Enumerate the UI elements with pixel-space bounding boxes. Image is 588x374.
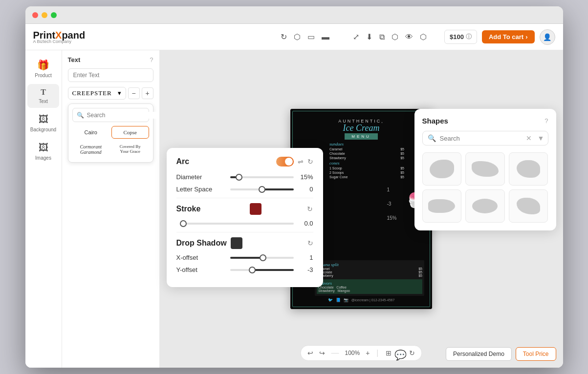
refresh-icon[interactable]: ↻ [281,32,287,42]
font-item-copse[interactable]: Copse [111,126,149,139]
expand-icon[interactable]: ⤢ [353,32,359,42]
people-icon[interactable]: ⬡ [420,32,427,42]
sidebar-item-images[interactable]: 🖼 Images [27,138,59,165]
stroke-reset-icon[interactable]: ↻ [307,205,313,213]
personalized-demo-button[interactable]: Personalized Demo [446,347,512,361]
font-item-covered[interactable]: Covered By Your Grace [111,141,149,158]
stroke-value: 0.0 [299,220,313,227]
shape-item-1[interactable] [422,152,462,186]
shape-item-4[interactable] [422,189,462,223]
sidebar-images-label: Images [35,155,51,161]
font-minus-button[interactable]: − [128,87,140,99]
yoffset-value: -3 [299,266,313,273]
letter-space-value: 0 [299,186,313,193]
shape-blob-2 [472,161,499,177]
background-icon: 🖼 [39,114,48,125]
sidebar-product-label: Product [35,73,51,78]
shape-item-3[interactable] [509,152,548,186]
sidebar-item-text[interactable]: T Text [27,84,59,108]
shapes-search-input[interactable] [440,135,522,142]
shapes-header: Shapes ? [422,117,548,125]
drop-shadow-color-swatch[interactable] [231,237,242,249]
shape-item-6[interactable] [509,189,548,223]
drop-shadow-reset-icon[interactable]: ↻ [307,239,313,247]
sidebar-item-product[interactable]: 🎁 Product [27,55,59,82]
shapes-search-clear-icon[interactable]: ✕ [526,134,532,142]
maximize-button[interactable] [51,12,57,18]
share-icon[interactable]: ⬡ [392,32,398,42]
sidebar-item-background[interactable]: 🖼 Background [27,110,59,136]
stroke-color-swatch[interactable] [250,203,261,215]
shapes-help-icon[interactable]: ? [544,117,548,125]
arc-title: Arc [176,157,190,166]
shape-blob-4 [428,199,455,213]
diameter-slider[interactable] [230,176,294,178]
close-button[interactable] [32,12,38,18]
chat-button[interactable]: 💬 [394,349,407,361]
arc-reset-icon[interactable]: ↻ [307,158,313,166]
text-input-field[interactable] [68,68,153,82]
price-badge[interactable]: $100 ⓘ [444,30,477,44]
canvas-area: AUNTHENTIC, Ice Cream MENU 🍦 sundaes Car… [160,50,563,368]
zoom-in-button[interactable]: + [366,349,370,357]
font-search-input[interactable] [87,112,160,119]
undo-button[interactable]: ↩ [307,349,313,357]
titlebar [25,6,563,24]
shape-blob-6 [517,198,540,214]
main-layout: 🎁 Product T Text 🖼 Background 🖼 Images [25,50,563,368]
frame2-icon[interactable]: ▬ [322,33,329,42]
layers-icon[interactable]: ⧉ [379,33,385,42]
cones-2scoops: 2 Scoops$5 [329,171,404,174]
banana-caramel: Caramel$5 [317,267,422,270]
bottom-bar: Personalized Demo Tool Price [446,347,556,361]
stroke-row: Stroke ↻ [176,203,313,215]
add-to-cart-button[interactable]: Add To cart › [482,30,535,43]
user-menu-button[interactable]: 👤 [540,29,555,45]
shapes-title: Shapes [422,117,448,125]
font-grid: Cairo Copse Cormorant Garamond Covered B… [72,126,149,158]
font-plus-button[interactable]: + [142,87,153,99]
tool-price-button[interactable]: Tool Price [516,347,556,361]
font-item-cairo[interactable]: Cairo [72,126,110,139]
frame-icon[interactable]: ▭ [307,32,315,42]
price-info-icon: ⓘ [466,33,472,41]
font-item-cormorant[interactable]: Cormorant Garamond [72,141,110,158]
download-icon[interactable]: ⬇ [366,32,372,42]
xoffset-slider[interactable] [230,257,294,259]
tool-panel-help-icon[interactable]: ? [150,56,153,63]
sundaes-caramel: Caramel$5 [329,147,404,151]
yoffset-slider-thumb [249,267,256,273]
shapes-filter-icon[interactable]: ▼ [538,134,544,142]
eye-icon[interactable]: 👁 [405,33,413,42]
cones-title: cones [329,161,404,166]
stroke-slider[interactable] [181,223,294,225]
arc-toggle[interactable] [276,157,294,166]
shape-item-5[interactable] [465,189,505,223]
refresh-canvas-icon[interactable]: ↻ [409,349,415,357]
arc-flip-icon[interactable]: ⇌ [298,158,304,166]
diameter-value: 15% [299,173,313,181]
cube-icon[interactable]: ⬡ [294,32,301,42]
font-search-row: 🔍 ✕ [72,108,149,122]
letter-space-row: Letter Space 0 [176,186,313,193]
facebook-icon: 📘 [336,298,341,302]
flavors-list: Chocolate CoffeeStrawberry Mangoo [318,286,421,292]
letter-space-slider[interactable] [230,188,294,190]
minimize-button[interactable] [42,12,47,18]
yoffset-slider[interactable] [230,269,294,271]
menu-label: MENU [345,133,378,140]
arc-toggle-thumb [285,158,293,166]
font-selector-row: CREEPSTER ▾ − + [68,87,153,100]
shape-blob-5 [472,199,498,213]
redo-button[interactable]: ↪ [319,349,325,357]
yoffset-label: Y-offset [176,266,225,273]
font-name-select[interactable]: CREEPSTER ▾ [68,87,126,100]
tool-panel-header: Text ? [68,56,153,63]
letter-space-slider-thumb [259,186,265,193]
font-search-popup: 🔍 ✕ Cairo Copse Cormorant Garamond [68,104,153,163]
grid-icon[interactable]: ⊞ [386,349,392,357]
xoffset-label: X-offset [176,254,225,261]
shape-item-2[interactable] [465,152,505,186]
xoffset-slider-thumb [260,254,266,261]
instagram-icon: 📷 [344,298,348,302]
